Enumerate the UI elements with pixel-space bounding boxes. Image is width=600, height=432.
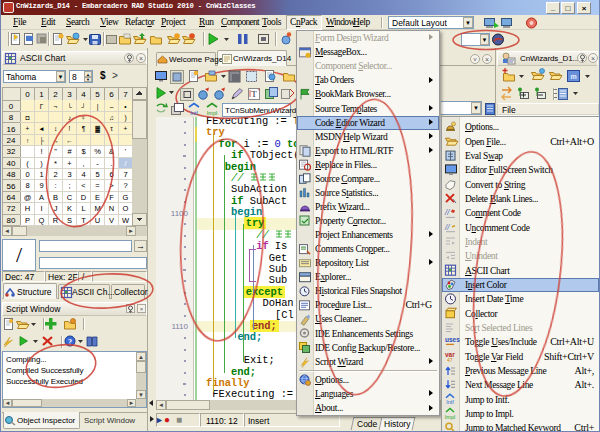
svg-text:<: < [81, 181, 86, 190]
svg-text:F: F [109, 193, 114, 202]
svg-text:3: 3 [67, 170, 71, 179]
svg-text:→: → [52, 137, 59, 144]
svg-text:B: B [53, 193, 58, 202]
svg-text:C: C [67, 193, 73, 202]
svg-text:D: D [81, 193, 87, 202]
svg-text:4: 4 [81, 90, 86, 99]
svg-text:": " [54, 147, 57, 156]
svg-text:I: I [40, 204, 42, 213]
svg-text:┘: ┘ [80, 103, 86, 110]
svg-text:+: + [124, 125, 128, 132]
svg-text:K: K [67, 204, 72, 213]
svg-text:R: R [53, 216, 59, 225]
svg-text:8: 8 [9, 113, 14, 122]
svg-text:5: 5 [95, 90, 100, 99]
svg-text:@: @ [24, 193, 32, 202]
svg-text:Γ: Γ [40, 103, 44, 110]
svg-text:3: 3 [67, 90, 72, 99]
svg-text:5: 5 [95, 170, 99, 179]
svg-text:!: ! [69, 125, 71, 132]
svg-text:0: 0 [9, 102, 14, 111]
svg-text:◘: ◘ [26, 114, 30, 121]
svg-text:40: 40 [7, 159, 16, 168]
svg-text:¶: ¶ [82, 125, 86, 132]
svg-text:72: 72 [7, 204, 16, 213]
svg-text:;: ; [68, 181, 70, 190]
svg-text:80: 80 [7, 216, 16, 225]
svg-text:P: P [25, 216, 30, 225]
svg-text:T: T [81, 216, 86, 225]
svg-text:├: ├ [39, 137, 44, 145]
svg-text:): ) [124, 114, 126, 122]
svg-text:¬: ¬ [54, 103, 58, 110]
svg-text::: : [54, 181, 56, 190]
svg-text:56: 56 [7, 182, 16, 191]
svg-text:6: 6 [109, 90, 114, 99]
svg-text:└: └ [67, 103, 72, 110]
svg-text:G: G [123, 193, 129, 202]
svg-text:+: + [26, 125, 30, 132]
svg-text:&: & [109, 147, 114, 156]
svg-text:32: 32 [7, 147, 16, 156]
svg-text:*: * [54, 159, 57, 168]
svg-text:Q: Q [39, 216, 45, 225]
svg-text:2: 2 [53, 90, 58, 99]
svg-text:2: 2 [53, 170, 57, 179]
svg-text:–: – [110, 103, 114, 110]
svg-text:◄: ◄ [38, 125, 44, 132]
svg-text:←: ← [66, 137, 73, 144]
svg-text:0: 0 [25, 90, 30, 99]
svg-text:>: > [109, 181, 114, 190]
svg-text:1: 1 [39, 170, 43, 179]
svg-text:τ: τ [110, 125, 113, 132]
svg-text:?: ? [123, 181, 127, 190]
svg-text:O: O [123, 204, 129, 213]
svg-text:4: 4 [81, 170, 85, 179]
svg-text:↕: ↕ [54, 125, 57, 132]
svg-text:.: . [110, 159, 112, 168]
svg-text:J: J [54, 204, 58, 213]
svg-text:16: 16 [7, 125, 16, 134]
svg-text:7: 7 [123, 90, 128, 99]
svg-text:H: H [25, 204, 30, 213]
svg-text:A: A [39, 193, 44, 202]
svg-text:|: | [97, 103, 99, 111]
svg-text:!: ! [40, 147, 42, 156]
svg-text:♪: ♪ [68, 114, 71, 121]
svg-text:U: U [95, 216, 100, 225]
svg-text:64: 64 [7, 193, 16, 202]
svg-text:↑: ↑ [26, 137, 29, 144]
svg-text:▓: ▓ [95, 125, 100, 133]
svg-text:6: 6 [109, 170, 113, 179]
svg-text:=: = [95, 181, 100, 190]
svg-text:1: 1 [39, 90, 44, 99]
svg-text:♫: ♫ [109, 114, 114, 121]
svg-text:N: N [109, 204, 114, 213]
svg-text:L: L [81, 204, 85, 213]
svg-text:0: 0 [25, 170, 29, 179]
svg-text:W: W [122, 216, 130, 225]
svg-text:9: 9 [39, 181, 43, 190]
svg-text:48: 48 [7, 170, 16, 179]
svg-text:S: S [67, 216, 72, 225]
svg-text:7: 7 [123, 170, 127, 179]
svg-text:E: E [95, 193, 100, 202]
svg-text:V: V [109, 216, 114, 225]
svg-text:♀: ♀ [81, 114, 86, 121]
svg-text:,: , [82, 159, 84, 168]
svg-text:+: + [67, 159, 72, 168]
svg-text:24: 24 [7, 136, 16, 145]
svg-text:%: % [94, 147, 101, 156]
svg-text:8: 8 [25, 181, 29, 190]
svg-text:M: M [94, 204, 100, 213]
